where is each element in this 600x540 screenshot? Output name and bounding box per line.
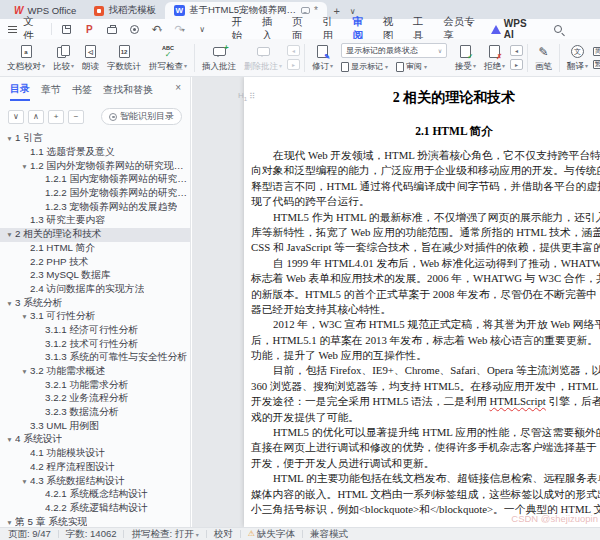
collapse-arrow-icon[interactable]: ▼: [19, 163, 30, 170]
outline-item[interactable]: 4.1 功能模块设计: [0, 447, 190, 461]
export-pdf-button[interactable]: P: [81, 22, 98, 37]
status-item[interactable]: ⚠缺失字体: [248, 528, 295, 540]
chevron-down-icon: ▾: [182, 26, 185, 33]
expand-all-button[interactable]: +: [48, 110, 64, 124]
collapse-arrow-icon[interactable]: ▼: [4, 231, 15, 238]
sidebar-tab-bookmarks[interactable]: 书签: [72, 83, 92, 100]
outline-item[interactable]: ▼4 系统设计: [0, 433, 190, 447]
word-count-button[interactable]: 12 字数统计: [104, 43, 144, 73]
status-item[interactable]: 校对: [214, 528, 233, 540]
markup-state-select[interactable]: 显示标记的最终状态 ∨: [341, 43, 447, 58]
outline-item[interactable]: 4.2.2 系统逻辑结构设计: [0, 502, 190, 516]
traditional-to-simplified-button[interactable]: 繁 繁转简: [593, 59, 600, 70]
outline-item[interactable]: 1.3 研究主要内容: [0, 214, 190, 228]
reject-button[interactable]: ✗ 拒绝▾: [481, 43, 508, 73]
sidebar-tab-sections[interactable]: 章节: [41, 83, 61, 100]
print-button[interactable]: [104, 22, 121, 37]
collapse-arrow-icon[interactable]: ▼: [19, 313, 30, 320]
status-item[interactable]: 字数: 14062: [66, 528, 117, 540]
heading-hover-marker[interactable]: H1 ⠿: [238, 91, 255, 102]
sidebar-tab-toc[interactable]: 目录: [10, 82, 30, 101]
outline-item[interactable]: 1.1 选题背景及意义: [0, 146, 190, 160]
delete-comment-button[interactable]: 删除批注▾: [241, 43, 285, 73]
doc-heading-section: 2.1 HTML 简介: [244, 124, 600, 139]
outline-item[interactable]: 4.2 程序流程图设计: [0, 461, 190, 475]
status-item-label: 字数: 14062: [66, 528, 117, 540]
collapse-all-button[interactable]: −: [68, 110, 84, 124]
tab-wps-office[interactable]: W WPS Office: [5, 2, 85, 19]
outline-item[interactable]: ▼第 5 章 系统实现: [0, 515, 190, 527]
accept-button[interactable]: ✓ 接受▾: [452, 43, 479, 73]
outline-item[interactable]: 1.2.1 国内宠物领养网站的研究现状: [0, 173, 190, 187]
outline-item[interactable]: ▼2 相关的理论和技术: [0, 228, 190, 242]
drag-handle-icon[interactable]: ⠿: [249, 92, 255, 101]
collapse-arrow-icon[interactable]: ▼: [4, 519, 15, 526]
print-preview-button[interactable]: [126, 22, 143, 37]
simplified-to-traditional-button[interactable]: 简 简转繁: [593, 46, 600, 57]
collapse-arrow-icon[interactable]: ▼: [19, 368, 30, 375]
tab-docer-templates[interactable]: 找稻壳模板: [85, 2, 165, 19]
proofread-button[interactable]: a 文档校对▾: [4, 43, 48, 73]
next-change-button[interactable]: ▸: [510, 59, 523, 70]
outline-item[interactable]: 1.2.3 宠物领养网站的发展趋势: [0, 200, 190, 214]
redo-button[interactable]: ↷▾: [171, 22, 188, 37]
outline-item[interactable]: 3.1.3 系统的可靠性与安全性分析: [0, 351, 190, 365]
outline-item[interactable]: ▼3 系统分析: [0, 296, 190, 310]
outline-item[interactable]: 3.3 UML 用例图: [0, 419, 190, 433]
save-button[interactable]: [58, 22, 75, 37]
collapse-arrow-icon[interactable]: ▼: [4, 135, 15, 142]
next-comment-button[interactable]: ▸: [287, 59, 300, 70]
search-button[interactable]: [550, 22, 566, 37]
document-page[interactable]: H1 ⠿ 2 相关的理论和技术 2.1 HTML 简介 在现代 Web 开发领域…: [244, 77, 600, 527]
outline-item[interactable]: 1.2.2 国外宠物领养网站的研究现状: [0, 187, 190, 201]
outline-item[interactable]: 2.2 PHP 技术: [0, 255, 190, 269]
outline-item[interactable]: 3.2.3 数据流分析: [0, 406, 190, 420]
outline-item[interactable]: ▼3.1 可行性分析: [0, 310, 190, 324]
pen-button[interactable]: ✎ 画笔: [532, 43, 555, 73]
outline-item[interactable]: 3.1.2 技术可行性分析: [0, 337, 190, 351]
read-aloud-button[interactable]: ◁ 朗读: [79, 43, 102, 73]
button-label: 智能识别目录: [120, 110, 174, 123]
collapse-arrow-icon[interactable]: ▼: [19, 478, 30, 485]
wps-ai-button[interactable]: WPS AI: [491, 18, 538, 40]
outline-item[interactable]: 3.2.1 功能需求分析: [0, 378, 190, 392]
status-item[interactable]: 拼写检查: 打开▾: [131, 528, 198, 540]
previous-comment-button[interactable]: ◂: [287, 45, 300, 56]
chevron-down-icon: ▾: [424, 63, 427, 70]
insert-comment-button[interactable]: + 插入批注: [199, 43, 239, 73]
outline-item-label: 4.2 程序流程图设计: [30, 461, 115, 474]
search-icon: [554, 25, 562, 33]
smart-toc-button[interactable]: 智能识别目录: [101, 108, 182, 125]
collapse-arrow-icon[interactable]: ▼: [4, 300, 15, 307]
previous-change-button[interactable]: ◂: [510, 45, 523, 56]
outline-item[interactable]: ▼1.2 国内外宠物领养网站的研究现状及发展趋势: [0, 159, 190, 173]
spell-check-button[interactable]: ABC✓ 拼写检查▾: [146, 43, 190, 73]
document-area[interactable]: H1 ⠿ 2 相关的理论和技术 2.1 HTML 简介 在现代 Web 开发领域…: [192, 77, 600, 527]
outline-item[interactable]: 2.1 HTML 简介: [0, 242, 190, 256]
track-changes-button[interactable]: ✎ 修订▾: [309, 43, 336, 73]
outline-item[interactable]: 3.2.2 业务流程分析: [0, 392, 190, 406]
outline-item[interactable]: ▼1 引言: [0, 132, 190, 146]
undo-button[interactable]: ↶▾: [149, 22, 166, 37]
divider: [304, 44, 305, 72]
status-item[interactable]: 页面: 9/47: [8, 528, 51, 540]
collapse-arrow-icon[interactable]: ▼: [4, 436, 15, 443]
review-pane-button[interactable]: 审阅 ▾: [396, 61, 427, 72]
compare-button[interactable]: 比较▾: [50, 43, 77, 73]
hamburger-icon[interactable]: [8, 26, 17, 33]
sidebar-tab-find-replace[interactable]: 查找和替换: [103, 83, 153, 100]
outline-item[interactable]: 3.1.1 经济可行性分析: [0, 324, 190, 338]
close-icon[interactable]: ×: [175, 82, 181, 93]
status-item[interactable]: 兼容模式: [310, 528, 348, 540]
outline-item[interactable]: ▼3.2 功能需求概述: [0, 365, 190, 379]
show-markup-button[interactable]: 显示标记 ▾: [341, 61, 388, 72]
chevron-down-icon: ▾: [473, 62, 476, 71]
outline-item[interactable]: 2.4 访问数据库的实现方法: [0, 283, 190, 297]
outline-item[interactable]: 4.2.1 系统概念结构设计: [0, 488, 190, 502]
quickbar-collapse-button[interactable]: ∨: [194, 22, 211, 37]
translate-button[interactable]: 文 翻译▾: [564, 43, 591, 73]
outline-item[interactable]: ▼4.3 系统数据结构设计: [0, 474, 190, 488]
expand-item-button[interactable]: ∨: [8, 110, 24, 124]
collapse-item-button[interactable]: ∧: [28, 110, 44, 124]
outline-item[interactable]: 2.3 MySQL 数据库: [0, 269, 190, 283]
